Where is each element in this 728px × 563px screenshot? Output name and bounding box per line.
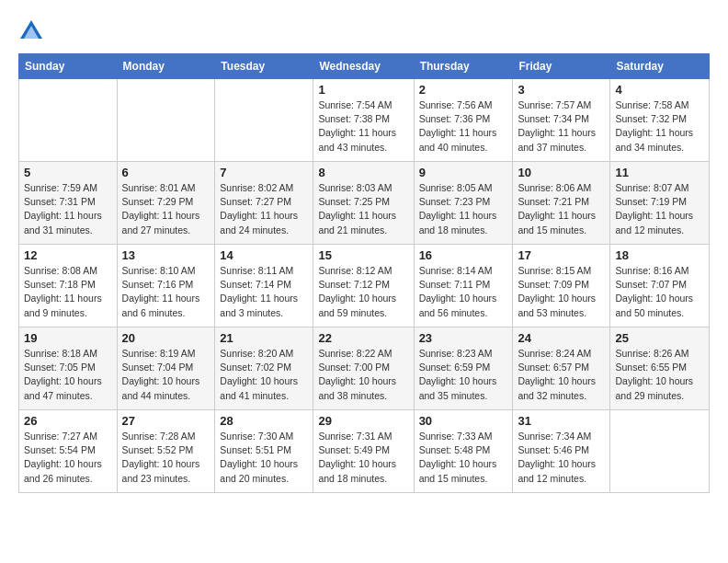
calendar-header-thursday: Thursday — [414, 54, 513, 79]
day-info: Sunrise: 8:08 AM Sunset: 7:18 PM Dayligh… — [24, 264, 112, 320]
day-number: 26 — [24, 414, 112, 428]
calendar-cell: 1Sunrise: 7:54 AM Sunset: 7:38 PM Daylig… — [313, 79, 414, 162]
day-number: 8 — [318, 166, 408, 179]
calendar-cell: 4Sunrise: 7:58 AM Sunset: 7:32 PM Daylig… — [610, 79, 710, 162]
calendar-header-sunday: Sunday — [19, 54, 118, 79]
day-info: Sunrise: 7:54 AM Sunset: 7:38 PM Dayligh… — [318, 98, 408, 155]
calendar-week-row: 1Sunrise: 7:54 AM Sunset: 7:38 PM Daylig… — [19, 79, 710, 162]
day-number: 11 — [615, 166, 704, 179]
day-info: Sunrise: 7:58 AM Sunset: 7:32 PM Dayligh… — [615, 98, 704, 155]
day-info: Sunrise: 8:02 AM Sunset: 7:27 PM Dayligh… — [220, 181, 308, 237]
day-number: 31 — [518, 414, 605, 428]
calendar-cell: 14Sunrise: 8:11 AM Sunset: 7:14 PM Dayli… — [215, 245, 313, 327]
calendar-cell: 24Sunrise: 8:24 AM Sunset: 6:57 PM Dayli… — [513, 327, 610, 410]
calendar-cell: 2Sunrise: 7:56 AM Sunset: 7:36 PM Daylig… — [414, 79, 513, 162]
calendar-cell: 25Sunrise: 8:26 AM Sunset: 6:55 PM Dayli… — [610, 327, 710, 410]
day-info: Sunrise: 7:33 AM Sunset: 5:48 PM Dayligh… — [419, 430, 508, 486]
day-number: 25 — [615, 331, 704, 345]
page-header — [18, 18, 710, 44]
day-info: Sunrise: 8:05 AM Sunset: 7:23 PM Dayligh… — [419, 181, 508, 237]
day-number: 23 — [419, 331, 508, 345]
calendar-cell: 28Sunrise: 7:30 AM Sunset: 5:51 PM Dayli… — [215, 410, 313, 493]
day-info: Sunrise: 8:14 AM Sunset: 7:11 PM Dayligh… — [419, 264, 508, 320]
day-number: 27 — [122, 414, 210, 428]
day-number: 17 — [518, 248, 605, 262]
day-info: Sunrise: 8:24 AM Sunset: 6:57 PM Dayligh… — [518, 347, 605, 403]
day-number: 2 — [419, 83, 508, 97]
day-number: 28 — [220, 414, 308, 428]
day-number: 18 — [615, 248, 704, 262]
day-number: 10 — [518, 166, 605, 179]
logo-icon — [18, 18, 44, 44]
day-info: Sunrise: 8:06 AM Sunset: 7:21 PM Dayligh… — [518, 181, 605, 237]
calendar-cell — [19, 79, 118, 162]
day-number: 9 — [419, 166, 508, 179]
calendar-cell: 29Sunrise: 7:31 AM Sunset: 5:49 PM Dayli… — [313, 410, 414, 493]
day-info: Sunrise: 7:56 AM Sunset: 7:36 PM Dayligh… — [419, 98, 508, 155]
day-info: Sunrise: 8:01 AM Sunset: 7:29 PM Dayligh… — [122, 181, 210, 237]
calendar-cell: 7Sunrise: 8:02 AM Sunset: 7:27 PM Daylig… — [215, 162, 313, 245]
calendar-cell — [117, 79, 215, 162]
day-info: Sunrise: 8:16 AM Sunset: 7:07 PM Dayligh… — [615, 264, 704, 320]
day-info: Sunrise: 8:22 AM Sunset: 7:00 PM Dayligh… — [318, 347, 408, 403]
day-number: 29 — [318, 414, 408, 428]
calendar-cell: 10Sunrise: 8:06 AM Sunset: 7:21 PM Dayli… — [513, 162, 610, 245]
day-info: Sunrise: 7:31 AM Sunset: 5:49 PM Dayligh… — [318, 430, 408, 486]
day-info: Sunrise: 8:19 AM Sunset: 7:04 PM Dayligh… — [122, 347, 210, 403]
calendar-header-saturday: Saturday — [610, 54, 710, 79]
day-info: Sunrise: 8:26 AM Sunset: 6:55 PM Dayligh… — [615, 347, 704, 403]
calendar-cell: 22Sunrise: 8:22 AM Sunset: 7:00 PM Dayli… — [313, 327, 414, 410]
day-info: Sunrise: 8:10 AM Sunset: 7:16 PM Dayligh… — [122, 264, 210, 320]
day-number: 19 — [24, 331, 112, 345]
calendar-cell: 21Sunrise: 8:20 AM Sunset: 7:02 PM Dayli… — [215, 327, 313, 410]
calendar-week-row: 12Sunrise: 8:08 AM Sunset: 7:18 PM Dayli… — [19, 245, 710, 327]
day-info: Sunrise: 7:30 AM Sunset: 5:51 PM Dayligh… — [220, 430, 308, 486]
day-number: 13 — [122, 248, 210, 262]
day-info: Sunrise: 8:07 AM Sunset: 7:19 PM Dayligh… — [615, 181, 704, 237]
calendar-header-row: SundayMondayTuesdayWednesdayThursdayFrid… — [19, 54, 710, 79]
day-number: 20 — [122, 331, 210, 345]
calendar-cell: 18Sunrise: 8:16 AM Sunset: 7:07 PM Dayli… — [610, 245, 710, 327]
day-number: 5 — [24, 166, 112, 179]
calendar-cell: 30Sunrise: 7:33 AM Sunset: 5:48 PM Dayli… — [414, 410, 513, 493]
day-number: 3 — [518, 83, 605, 97]
calendar-cell: 23Sunrise: 8:23 AM Sunset: 6:59 PM Dayli… — [414, 327, 513, 410]
day-number: 15 — [318, 248, 408, 262]
day-number: 24 — [518, 331, 605, 345]
day-number: 14 — [220, 248, 308, 262]
calendar-cell: 3Sunrise: 7:57 AM Sunset: 7:34 PM Daylig… — [513, 79, 610, 162]
calendar-cell: 26Sunrise: 7:27 AM Sunset: 5:54 PM Dayli… — [19, 410, 118, 493]
calendar-cell: 20Sunrise: 8:19 AM Sunset: 7:04 PM Dayli… — [117, 327, 215, 410]
calendar-cell: 19Sunrise: 8:18 AM Sunset: 7:05 PM Dayli… — [19, 327, 118, 410]
calendar-cell — [215, 79, 313, 162]
calendar-header-friday: Friday — [513, 54, 610, 79]
calendar-cell: 31Sunrise: 7:34 AM Sunset: 5:46 PM Dayli… — [513, 410, 610, 493]
day-info: Sunrise: 8:15 AM Sunset: 7:09 PM Dayligh… — [518, 264, 605, 320]
calendar-cell: 27Sunrise: 7:28 AM Sunset: 5:52 PM Dayli… — [117, 410, 215, 493]
day-info: Sunrise: 8:03 AM Sunset: 7:25 PM Dayligh… — [318, 181, 408, 237]
calendar-cell: 9Sunrise: 8:05 AM Sunset: 7:23 PM Daylig… — [414, 162, 513, 245]
day-number: 6 — [122, 166, 210, 179]
calendar-week-row: 19Sunrise: 8:18 AM Sunset: 7:05 PM Dayli… — [19, 327, 710, 410]
day-info: Sunrise: 8:12 AM Sunset: 7:12 PM Dayligh… — [318, 264, 408, 320]
day-info: Sunrise: 7:27 AM Sunset: 5:54 PM Dayligh… — [24, 430, 112, 486]
day-info: Sunrise: 7:59 AM Sunset: 7:31 PM Dayligh… — [24, 181, 112, 237]
day-info: Sunrise: 7:28 AM Sunset: 5:52 PM Dayligh… — [122, 430, 210, 486]
calendar-cell — [610, 410, 710, 493]
logo — [18, 18, 48, 44]
day-info: Sunrise: 8:18 AM Sunset: 7:05 PM Dayligh… — [24, 347, 112, 403]
calendar-header-tuesday: Tuesday — [215, 54, 313, 79]
calendar-cell: 11Sunrise: 8:07 AM Sunset: 7:19 PM Dayli… — [610, 162, 710, 245]
calendar-table: SundayMondayTuesdayWednesdayThursdayFrid… — [18, 53, 710, 493]
calendar-cell: 13Sunrise: 8:10 AM Sunset: 7:16 PM Dayli… — [117, 245, 215, 327]
day-number: 12 — [24, 248, 112, 262]
day-info: Sunrise: 7:57 AM Sunset: 7:34 PM Dayligh… — [518, 98, 605, 155]
day-number: 7 — [220, 166, 308, 179]
day-info: Sunrise: 8:23 AM Sunset: 6:59 PM Dayligh… — [419, 347, 508, 403]
calendar-cell: 5Sunrise: 7:59 AM Sunset: 7:31 PM Daylig… — [19, 162, 118, 245]
calendar-week-row: 26Sunrise: 7:27 AM Sunset: 5:54 PM Dayli… — [19, 410, 710, 493]
day-number: 1 — [318, 83, 408, 97]
day-number: 16 — [419, 248, 508, 262]
calendar-cell: 17Sunrise: 8:15 AM Sunset: 7:09 PM Dayli… — [513, 245, 610, 327]
calendar-header-monday: Monday — [117, 54, 215, 79]
